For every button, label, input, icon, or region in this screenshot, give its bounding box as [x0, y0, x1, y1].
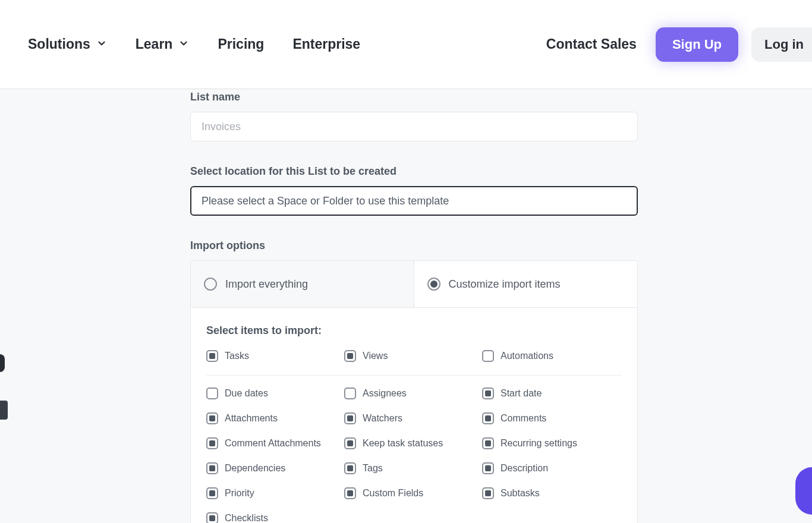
checkbox-item[interactable]: Priority — [206, 487, 344, 499]
checkbox-item[interactable]: Comment Attachments — [206, 437, 344, 449]
checkbox-unchecked-icon — [206, 387, 218, 399]
checkbox-checked-icon — [344, 437, 356, 449]
checkbox-label: Comments — [501, 413, 546, 424]
checkbox-checked-icon — [344, 350, 356, 362]
checkbox-item[interactable]: Tasks — [206, 350, 344, 362]
checkbox-label: Comment Attachments — [225, 438, 321, 449]
checkbox-label: Attachments — [225, 413, 278, 424]
contact-sales-link[interactable]: Contact Sales — [546, 36, 637, 52]
side-widget-handle[interactable] — [0, 354, 5, 372]
chevron-down-icon — [178, 36, 189, 52]
divider — [206, 375, 622, 376]
nav-pricing[interactable]: Pricing — [218, 36, 264, 52]
checkbox-checked-icon — [206, 462, 218, 474]
checkbox-item[interactable]: Assignees — [344, 387, 482, 399]
checkbox-item[interactable]: Description — [482, 462, 620, 474]
login-button[interactable]: Log in — [751, 27, 812, 62]
checkbox-label: Checklists — [225, 513, 268, 523]
checkbox-label: Tasks — [225, 351, 249, 361]
checkbox-label: Dependencies — [225, 463, 285, 474]
checkbox-label: Due dates — [225, 388, 268, 399]
content-area: List name Select location for this List … — [0, 89, 812, 523]
checkbox-checked-icon — [206, 437, 218, 449]
checkbox-label: Assignees — [363, 388, 407, 399]
checkbox-checked-icon — [344, 462, 356, 474]
checkbox-label: Automations — [501, 351, 553, 361]
contact-sales-label: Contact Sales — [546, 36, 637, 52]
checkbox-checked-icon — [482, 412, 494, 424]
checkbox-item[interactable]: Attachments — [206, 412, 344, 424]
checkbox-item[interactable]: Recurring settings — [482, 437, 620, 449]
side-widget-handle-2[interactable] — [0, 401, 8, 420]
location-placeholder: Please select a Space or Folder to use t… — [202, 195, 449, 207]
checkbox-label: Views — [363, 351, 388, 361]
checkbox-label: Subtasks — [501, 488, 540, 499]
checkbox-item[interactable]: Checklists — [206, 512, 344, 523]
checkbox-label: Keep task statuses — [363, 438, 443, 449]
checkbox-label: Description — [501, 463, 548, 474]
checkbox-item[interactable]: Automations — [482, 350, 620, 362]
checkbox-unchecked-icon — [482, 350, 494, 362]
checkbox-label: Recurring settings — [501, 438, 577, 449]
nav-learn[interactable]: Learn — [136, 36, 190, 52]
location-select[interactable]: Please select a Space or Folder to use t… — [190, 186, 638, 216]
checkbox-item[interactable]: Views — [344, 350, 482, 362]
checkbox-item[interactable]: Keep task statuses — [344, 437, 482, 449]
checkbox-item[interactable]: Custom Fields — [344, 487, 482, 499]
checkbox-checked-icon — [206, 512, 218, 523]
checkbox-checked-icon — [344, 487, 356, 499]
nav-solutions-label: Solutions — [28, 36, 90, 52]
checkbox-checked-icon — [206, 350, 218, 362]
nav-solutions[interactable]: Solutions — [28, 36, 107, 52]
checkbox-label: Start date — [501, 388, 542, 399]
nav-enterprise-label: Enterprise — [292, 36, 360, 52]
import-options-label: Import options — [190, 240, 638, 252]
login-label: Log in — [764, 37, 804, 52]
checkbox-item[interactable]: Comments — [482, 412, 620, 424]
chevron-down-icon — [96, 36, 107, 52]
import-items-panel: Select items to import: TasksViewsAutoma… — [190, 308, 638, 523]
nav-enterprise[interactable]: Enterprise — [292, 36, 360, 52]
nav-left: Solutions Learn Pricing Enterprise — [28, 36, 360, 52]
list-name-label: List name — [190, 89, 638, 103]
checkbox-item[interactable]: Subtasks — [482, 487, 620, 499]
tab-import-everything-label: Import everything — [225, 278, 308, 291]
nav-pricing-label: Pricing — [218, 36, 264, 52]
location-label: Select location for this List to be crea… — [190, 165, 638, 178]
checkbox-checked-icon — [344, 412, 356, 424]
checkbox-item[interactable]: Start date — [482, 387, 620, 399]
list-name-input[interactable] — [190, 112, 638, 141]
checkbox-checked-icon — [482, 437, 494, 449]
checkbox-checked-icon — [482, 462, 494, 474]
checkbox-item[interactable]: Dependencies — [206, 462, 344, 474]
signup-label: Sign Up — [672, 37, 722, 52]
help-fab[interactable] — [795, 467, 812, 515]
nav-learn-label: Learn — [136, 36, 173, 52]
checkbox-item[interactable]: Tags — [344, 462, 482, 474]
checkbox-checked-icon — [482, 487, 494, 499]
template-form: List name Select location for this List … — [190, 89, 638, 523]
top-items-row: TasksViewsAutomations — [206, 350, 622, 362]
radio-unchecked-icon — [204, 278, 217, 291]
checkbox-label: Watchers — [363, 413, 402, 424]
checkbox-checked-icon — [482, 387, 494, 399]
checkbox-checked-icon — [206, 412, 218, 424]
import-tabs: Import everything Customize import items — [190, 260, 638, 308]
checkbox-label: Custom Fields — [363, 488, 423, 499]
tab-customize-import-label: Customize import items — [449, 278, 561, 291]
tab-customize-import[interactable]: Customize import items — [414, 261, 638, 307]
nav-right: Contact Sales Sign Up Log in — [546, 27, 812, 62]
items-title: Select items to import: — [206, 324, 622, 337]
checkbox-unchecked-icon — [344, 387, 356, 399]
signup-button[interactable]: Sign Up — [656, 27, 738, 62]
checkbox-label: Tags — [363, 463, 383, 474]
checkbox-item[interactable]: Watchers — [344, 412, 482, 424]
items-grid: Due datesAssigneesStart dateAttachmentsW… — [206, 387, 622, 523]
checkbox-item[interactable]: Due dates — [206, 387, 344, 399]
radio-checked-icon — [427, 278, 440, 291]
checkbox-label: Priority — [225, 488, 254, 499]
tab-import-everything[interactable]: Import everything — [191, 261, 414, 307]
checkbox-checked-icon — [206, 487, 218, 499]
top-nav: Solutions Learn Pricing Enterprise Conta… — [0, 0, 812, 89]
